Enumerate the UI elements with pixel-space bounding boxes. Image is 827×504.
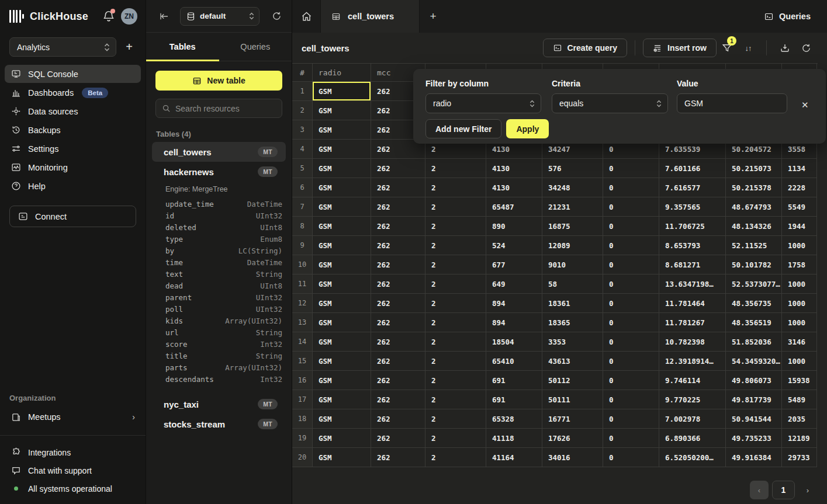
table-cell[interactable]: 262 [371,274,425,294]
table-cell[interactable]: 262 [371,255,425,274]
sidebar-item-meetups[interactable]: Meetups › [5,408,141,426]
table-item-nyc-taxi[interactable]: nyc_taxi MT [155,394,282,414]
table-cell[interactable]: 9.770225 [659,390,726,409]
table-cell[interactable]: 262 [371,159,425,178]
criteria-select[interactable]: equals [552,93,668,113]
table-cell[interactable]: 677 [486,255,542,274]
table-cell[interactable]: 894 [486,294,542,313]
table-cell[interactable]: 0 [603,390,659,409]
table-cell[interactable]: 48.356735 [726,294,782,313]
table-cell[interactable]: 11.781464 [659,294,726,313]
table-cell[interactable]: 0 [603,197,659,217]
table-cell[interactable]: 7.616577 [659,178,726,197]
previous-page-button[interactable]: ‹ [750,481,769,499]
table-cell[interactable]: 0 [603,294,659,313]
connect-button[interactable]: Connect [9,206,136,227]
table-cell[interactable]: GSM [313,236,371,255]
tab-queries[interactable]: Queries [219,33,292,61]
table-cell[interactable]: 5549 [782,197,817,217]
table-cell[interactable]: 65487 [486,197,542,217]
tab-tables[interactable]: Tables [146,33,219,61]
table-cell[interactable]: 2 [425,429,486,448]
table-cell[interactable]: 2 [425,236,486,255]
sidebar-item-sql-console[interactable]: SQL Console [5,65,141,83]
table-cell[interactable]: 11.781267 [659,313,726,332]
table-cell[interactable]: 49.916384 [726,448,782,467]
table-cell[interactable]: 10.782398 [659,332,726,352]
table-cell[interactable]: 0 [603,313,659,332]
table-cell[interactable]: 52.5373077… [726,274,782,294]
table-cell[interactable]: GSM [313,352,371,371]
table-cell[interactable]: 50.941544 [726,409,782,429]
table-cell[interactable]: 12089 [542,236,603,255]
table-cell[interactable]: 0 [603,409,659,429]
table-cell[interactable]: GSM [313,371,371,390]
table-cell[interactable]: 2 [425,332,486,352]
table-cell[interactable]: 4130 [486,159,542,178]
table-cell[interactable]: 262 [371,236,425,255]
table-cell[interactable]: 9.746114 [659,371,726,390]
table-cell[interactable]: 34248 [542,178,603,197]
workspace-selector[interactable]: Analytics [9,37,116,57]
database-selector[interactable]: default [180,7,259,26]
table-cell[interactable]: GSM [313,294,371,313]
next-page-button[interactable]: › [798,481,817,499]
table-cell[interactable]: 262 [371,390,425,409]
table-cell[interactable]: 2 [425,274,486,294]
table-cell[interactable]: 6.890366 [659,429,726,448]
table-cell[interactable]: 0 [603,371,659,390]
table-cell[interactable]: 18365 [542,313,603,332]
search-resources[interactable] [155,99,282,118]
table-item-hackernews[interactable]: hackernews MT [155,162,282,182]
table-cell[interactable]: 262 [371,332,425,352]
table-cell[interactable]: 50.101782 [726,255,782,274]
table-cell[interactable]: GSM [313,274,371,294]
table-cell[interactable]: 21231 [542,197,603,217]
table-cell[interactable]: 41118 [486,429,542,448]
table-cell[interactable]: 890 [486,217,542,236]
filter-icon[interactable]: 1 [717,39,738,57]
table-cell[interactable]: 50111 [542,390,603,409]
table-cell[interactable]: GSM [313,178,371,197]
table-cell[interactable]: 48.674793 [726,197,782,217]
table-cell[interactable]: 1000 [782,352,817,371]
table-cell[interactable]: 58 [542,274,603,294]
filter-value-input[interactable] [677,93,787,113]
sidebar-item-monitoring[interactable]: Monitoring [5,158,141,176]
table-cell[interactable]: 7.601166 [659,159,726,178]
sidebar-item-chat-with-support[interactable]: Chat with support [5,462,141,479]
notifications-bell-icon[interactable] [102,10,115,23]
table-cell[interactable]: 262 [371,371,425,390]
table-cell[interactable]: 0 [603,448,659,467]
table-cell[interactable]: GSM [313,101,371,120]
refresh-icon[interactable] [795,39,816,57]
apply-button[interactable]: Apply [506,119,549,138]
table-cell[interactable]: 262 [371,409,425,429]
table-cell[interactable]: 6.52050200… [659,448,726,467]
create-query-button[interactable]: Create query [543,39,628,57]
table-cell[interactable]: 2035 [782,409,817,429]
table-cell[interactable]: 49.817739 [726,390,782,409]
table-cell[interactable]: 262 [371,448,425,467]
table-cell[interactable]: 691 [486,371,542,390]
table-cell[interactable]: 48.356519 [726,313,782,332]
home-icon[interactable] [292,0,320,33]
sidebar-item-data-sources[interactable]: Data sources [5,102,141,120]
sidebar-item-help[interactable]: Help [5,177,141,195]
table-cell[interactable]: 52.11525 [726,236,782,255]
table-cell[interactable]: 15938 [782,371,817,390]
table-cell[interactable]: 2 [425,313,486,332]
table-cell[interactable]: 262 [371,294,425,313]
table-cell[interactable]: 2 [425,178,486,197]
table-cell[interactable]: 49.806073 [726,371,782,390]
table-cell[interactable]: 3146 [782,332,817,352]
table-cell[interactable]: 1758 [782,255,817,274]
table-cell[interactable]: 7.002978 [659,409,726,429]
table-cell[interactable]: 29733 [782,448,817,467]
table-cell[interactable]: 1134 [782,159,817,178]
table-cell[interactable]: 3353 [542,332,603,352]
table-cell[interactable]: 8.653793 [659,236,726,255]
table-cell[interactable]: 262 [371,197,425,217]
table-cell[interactable]: 16875 [542,217,603,236]
sidebar-item-all-systems-operational[interactable]: All systems operational [5,480,141,497]
